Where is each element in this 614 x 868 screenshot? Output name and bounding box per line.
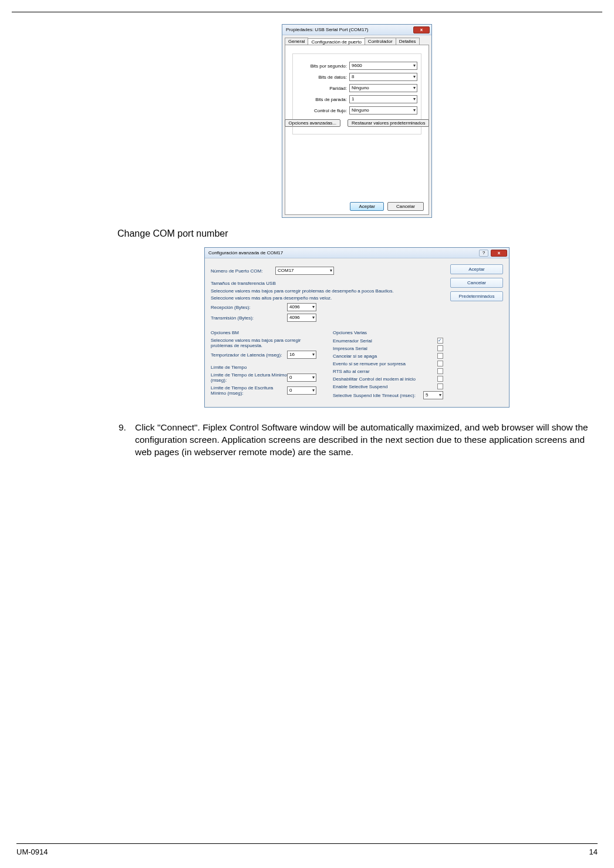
close-icon[interactable]: x xyxy=(491,250,507,257)
checkbox[interactable] xyxy=(437,383,443,389)
label-read-timeout: Límite de Tiempo de Lectura Mínimo (mseg… xyxy=(211,372,287,383)
step-text: Click "Connect". Fiplex Control Software… xyxy=(135,422,596,459)
select-com-port[interactable]: COM17 xyxy=(275,267,334,275)
select-write-timeout[interactable]: 0 xyxy=(287,386,316,395)
misc-row: Enumerador Serial xyxy=(333,338,443,344)
label-flow: Control de flujo: xyxy=(296,108,349,113)
row-latency: Temporizador de Latencia (mseg): 16 xyxy=(211,351,321,359)
dialog1-title: Propiedades: USB Serial Port (COM17) xyxy=(286,27,369,32)
row-com-port: Número de Puerto COM: COM17 xyxy=(211,267,443,275)
label-com-port: Número de Puerto COM: xyxy=(211,268,275,274)
tab-general[interactable]: General xyxy=(285,38,308,45)
accept-button[interactable]: Aceptar xyxy=(350,202,384,211)
row-ss-idle: Selective Suspend Idle Timeout (msec): 5 xyxy=(333,391,443,399)
label-stopbits: Bits de parada: xyxy=(296,97,349,102)
misc-row: Evento si se remueve por sorpresa xyxy=(333,361,443,366)
select-latency[interactable]: 16 xyxy=(287,351,316,359)
port-properties-dialog: Propiedades: USB Serial Port (COM17) x G… xyxy=(282,24,432,218)
select-rx[interactable]: 4096 xyxy=(287,303,316,311)
tab-driver[interactable]: Controlador xyxy=(365,38,396,45)
misc-row: Deshabilitar Control del modem al inicio xyxy=(333,376,443,382)
cancel-button[interactable]: Cancelar xyxy=(387,202,424,211)
dialog1-btnrow: Opciones avanzadas... Restaurar valores … xyxy=(296,119,417,127)
checkbox[interactable] xyxy=(437,368,443,374)
content-area: Propiedades: USB Serial Port (COM17) x G… xyxy=(0,12,614,459)
misc-label: Enable Selective Suspend xyxy=(333,384,387,389)
tab-details[interactable]: Detalles xyxy=(396,38,420,45)
bm-header: Opciones BM xyxy=(211,330,321,335)
row-read-timeout: Límite de Tiempo de Lectura Mínimo (mseg… xyxy=(211,372,321,383)
label-tx: Transmisión (Bytes): xyxy=(211,315,287,321)
label-rx: Recepción (Bytes): xyxy=(211,305,287,310)
cancel-button[interactable]: Cancelar xyxy=(450,278,503,288)
label-databits: Bits de datos: xyxy=(296,75,349,80)
row-databits: Bits de datos: 8 xyxy=(296,73,417,81)
misc-label: RTS alto al cerrar xyxy=(333,369,370,374)
misc-header: Opciones Varias xyxy=(333,330,443,335)
usb-transfer-header: Tamaños de transferencia USB xyxy=(211,281,443,286)
misc-label: Deshabilitar Control del modem al inicio xyxy=(333,376,416,382)
label-bps: Bits por segundo: xyxy=(296,63,349,69)
select-flow[interactable]: Ninguno xyxy=(349,106,417,115)
label-parity: Paridad: xyxy=(296,86,349,91)
row-tx: Transmisión (Bytes): 4096 xyxy=(211,314,443,322)
dialog1-tabs: General Configuración de puerto Controla… xyxy=(282,35,431,45)
bm-line: Seleccione valores más bajos para correg… xyxy=(211,338,321,348)
select-ss-idle[interactable]: 5 xyxy=(423,391,443,399)
checkbox[interactable] xyxy=(437,353,443,359)
dialog1-panel: Bits por segundo: 9600 Bits de datos: 8 … xyxy=(285,45,429,215)
misc-label: Impresora Serial xyxy=(333,346,367,351)
time-limit-header: Límite de Tiempo xyxy=(211,365,321,370)
close-icon[interactable]: x xyxy=(413,26,430,33)
footer-doc-id: UM-0914 xyxy=(16,847,48,856)
advanced-button[interactable]: Opciones avanzadas... xyxy=(285,119,340,127)
advanced-config-dialog: Configuración avanzada de COM17 ? x Núme… xyxy=(204,247,510,408)
row-bps: Bits por segundo: 9600 xyxy=(296,62,417,70)
step-9: 9. Click "Connect". Fiplex Control Softw… xyxy=(117,422,596,459)
checkbox[interactable] xyxy=(437,376,443,382)
checkbox[interactable] xyxy=(437,361,443,366)
row-rx: Recepción (Bytes): 4096 xyxy=(211,303,443,311)
label-write-timeout: Límite de Tiempo de Escritura Mínimo (ms… xyxy=(211,385,287,396)
misc-label: Evento si se remueve por sorpresa xyxy=(333,361,406,366)
port-settings-group: Bits por segundo: 9600 Bits de datos: 8 … xyxy=(292,53,421,134)
row-parity: Paridad: Ninguno xyxy=(296,84,417,92)
misc-label: Cancelar si se apaga xyxy=(333,354,377,359)
row-stopbits: Bits de parada: 1 xyxy=(296,95,417,103)
label-latency: Temporizador de Latencia (mseg): xyxy=(211,352,287,358)
select-databits[interactable]: 8 xyxy=(349,73,417,81)
row-flow: Control de flujo: Ninguno xyxy=(296,106,417,115)
dialog2-titlebar: Configuración avanzada de COM17 ? x xyxy=(205,248,509,258)
select-parity[interactable]: Ninguno xyxy=(349,84,417,92)
misc-row: Enable Selective Suspend xyxy=(333,383,443,389)
select-bps[interactable]: 9600 xyxy=(349,62,417,70)
step-number: 9. xyxy=(117,422,135,459)
dialog2-col-left: Opciones BM Seleccione valores más bajos… xyxy=(211,324,321,401)
defaults-button[interactable]: Predeterminados xyxy=(450,291,503,301)
accept-button[interactable]: Aceptar xyxy=(450,264,503,274)
footer-rule xyxy=(16,843,598,844)
select-tx[interactable]: 4096 xyxy=(287,314,316,322)
select-read-timeout[interactable]: 0 xyxy=(287,374,316,382)
help-icon[interactable]: ? xyxy=(479,250,488,257)
misc-row: Cancelar si se apaga xyxy=(333,353,443,359)
misc-row: RTS alto al cerrar xyxy=(333,368,443,374)
checkbox[interactable] xyxy=(437,338,443,344)
dialog2-left: Número de Puerto COM: COM17 Tamaños de t… xyxy=(211,264,443,401)
misc-row: Impresora Serial xyxy=(333,345,443,351)
row-write-timeout: Límite de Tiempo de Escritura Mínimo (ms… xyxy=(211,385,321,396)
label-ss-idle: Selective Suspend Idle Timeout (msec): xyxy=(333,393,416,398)
checkbox[interactable] xyxy=(437,345,443,351)
select-stopbits[interactable]: 1 xyxy=(349,95,417,103)
dialog1-titlebar: Propiedades: USB Serial Port (COM17) x xyxy=(282,25,431,35)
usb-line1: Seleccione valores más bajos para correg… xyxy=(211,288,443,294)
dialog2-title: Configuración avanzada de COM17 xyxy=(208,250,283,255)
caption: Change COM port number xyxy=(117,228,596,239)
footer-row: UM-0914 14 xyxy=(16,847,598,856)
usb-line2: Seleccione valores más altos para desemp… xyxy=(211,295,443,301)
restore-defaults-button[interactable]: Restaurar valores predeterminados xyxy=(348,119,429,127)
dialog2-title-buttons: ? x xyxy=(479,250,507,257)
dialog2-col-right: Opciones Varias Enumerador SerialImpreso… xyxy=(333,324,443,401)
misc-list: Enumerador SerialImpresora SerialCancela… xyxy=(333,338,443,389)
page-footer: UM-0914 14 xyxy=(0,843,614,856)
